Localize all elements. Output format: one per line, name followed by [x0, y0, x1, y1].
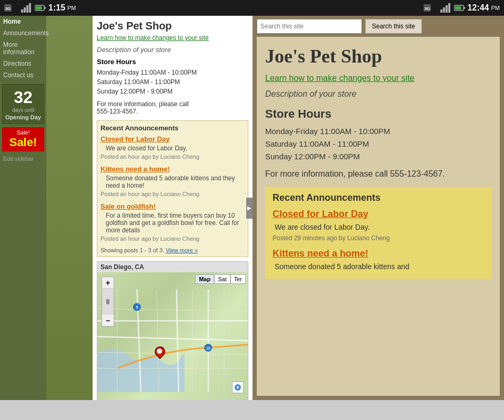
- announcement-text-3: For a limited time, first time buyers ca…: [106, 212, 245, 234]
- svg-rect-8: [36, 6, 42, 10]
- contact-line1: For more information, please call: [97, 100, 189, 108]
- 3g-icon: 3G: [4, 3, 19, 13]
- sale-label: Sale!: [4, 129, 42, 136]
- map-tab-sat[interactable]: Sat: [214, 274, 230, 284]
- right-announcements: Recent Announcements Closed for Labor Da…: [265, 187, 491, 279]
- svg-rect-17: [455, 6, 461, 10]
- right-description: Description of your store: [265, 89, 491, 99]
- announcement-link-2[interactable]: Kittens need a home!: [100, 165, 169, 173]
- store-hours-title: Store Hours: [97, 58, 248, 66]
- right-announcement-text-1: We are closed for Labor Day.: [273, 223, 484, 231]
- sale-box: Sale! Sale!: [2, 127, 44, 151]
- sidebar-nav: Home Announcements More information Dire…: [0, 16, 46, 81]
- map-marker: A: [155, 346, 165, 357]
- battery-icon-right: [454, 4, 466, 12]
- svg-text:5: 5: [136, 305, 138, 309]
- sidebar-item-home[interactable]: Home: [0, 16, 46, 27]
- announcement-item-1: Closed for Labor Day We are closed for L…: [100, 135, 245, 160]
- collapse-arrow[interactable]: ▶: [246, 198, 253, 219]
- right-search-bar: Search this site: [253, 16, 504, 37]
- ampm-right: PM: [491, 5, 500, 11]
- left-panel: Home Announcements More information Dire…: [0, 16, 253, 400]
- announcements-section: Recent Announcements Closed for Labor Da…: [97, 120, 248, 257]
- right-learn-link[interactable]: Learn how to make changes to your site: [265, 74, 491, 83]
- right-announcement-link-2[interactable]: Kittens need a home!: [273, 248, 484, 259]
- svg-rect-14: [448, 3, 450, 13]
- sidebar-item-contact[interactable]: Contact us: [0, 69, 46, 81]
- svg-rect-4: [26, 5, 28, 13]
- contact-phone: 555-123-4567.: [97, 108, 138, 115]
- status-left: 3G 1:15 PM: [4, 3, 76, 13]
- announcement-meta-2: Posted an hour ago by Luciano Cheng: [100, 191, 245, 197]
- announcement-item-2: Kittens need a home! Someone donated 5 a…: [100, 165, 245, 197]
- right-search-button[interactable]: Search this site: [365, 19, 422, 34]
- right-search-input[interactable]: [257, 19, 362, 34]
- store-hours-line-1: Monday-Friday 11:00AM - 10:00PM: [97, 68, 248, 77]
- showing-posts-text: Showing posts 1 - 3 of 3.: [100, 247, 164, 253]
- battery-icon: [35, 4, 46, 12]
- content-area: ▶ Joe's Pet Shop Learn how to make chang…: [93, 16, 253, 400]
- countdown-number: 32: [5, 88, 42, 107]
- directions-icon: [234, 384, 241, 391]
- map-location-text: San Diego, CA: [100, 263, 144, 271]
- learn-link[interactable]: Learn how to make changes to your site: [97, 34, 248, 42]
- svg-rect-16: [463, 7, 465, 9]
- right-hours-title: Store Hours: [265, 107, 491, 121]
- sale-text: Sale!: [4, 136, 42, 149]
- status-bar: 3G 1:15 PM 3G 12: [0, 0, 504, 16]
- map-area[interactable]: 8 15 5 + −: [97, 272, 248, 400]
- store-hours-line-2: Saturday 11:00AM - 11:00PM: [97, 77, 248, 87]
- announcement-text-2: Someone donated 5 adorable kittens and t…: [106, 175, 245, 189]
- time-left: 1:15: [48, 3, 65, 13]
- announcement-link-3[interactable]: Sale on goldfish!: [100, 202, 156, 210]
- map-zoom-in-btn[interactable]: +: [102, 277, 114, 289]
- svg-text:15: 15: [206, 346, 210, 350]
- sidebar-item-more-info[interactable]: More information: [0, 39, 46, 58]
- map-tab-bar: Map Sat Ter: [195, 274, 246, 284]
- right-announcements-title: Recent Announcements: [273, 192, 484, 203]
- site-title: Joe's Pet Shop: [97, 20, 248, 32]
- map-svg: 8 15 5: [97, 272, 248, 400]
- contact-info: For more information, please call 555-12…: [97, 100, 248, 115]
- sidebar-item-directions[interactable]: Directions: [0, 58, 46, 69]
- right-site-title: Joe's Pet Shop: [265, 45, 491, 67]
- announcement-meta-1: Posted an hour ago by Luciano Cheng: [100, 153, 245, 160]
- map-tab-ter[interactable]: Ter: [230, 274, 246, 284]
- right-content: Joe's Pet Shop Learn how to make changes…: [257, 37, 500, 396]
- svg-rect-13: [446, 5, 448, 13]
- view-more-link[interactable]: View more »: [166, 247, 198, 253]
- right-hours-line-2: Saturday 11:00AM - 11:00PM: [265, 138, 491, 150]
- countdown-box: 32 days until Opening Day: [2, 84, 44, 124]
- edit-sidebar-link[interactable]: Edit sidebar: [0, 153, 46, 164]
- svg-rect-7: [44, 7, 46, 9]
- svg-line-23: [97, 309, 248, 311]
- 3g-icon-right: 3G: [424, 3, 438, 13]
- right-announcement-text-2: Someone donated 5 adorable kittens and: [273, 262, 484, 271]
- sidebar: Home Announcements More information Dire…: [0, 16, 46, 400]
- announcements-title: Recent Announcements: [100, 124, 245, 132]
- store-hours-line-3: Sunday 12:00PM - 9:00PM: [97, 87, 248, 96]
- svg-rect-2: [21, 9, 23, 13]
- announcement-meta-3: Posted an hour ago by Luciano Cheng: [100, 235, 245, 242]
- right-contact: For more information, please call 555-12…: [265, 169, 491, 179]
- svg-text:3G: 3G: [424, 6, 430, 11]
- signal-icon: [21, 3, 33, 13]
- announcement-link-1[interactable]: Closed for Labor Day: [100, 135, 169, 143]
- svg-text:3G: 3G: [5, 6, 11, 11]
- signal-icon-right: [440, 3, 452, 13]
- map-directions-btn[interactable]: [232, 382, 244, 393]
- main-layout: Home Announcements More information Dire…: [0, 16, 504, 400]
- map-location-bar: San Diego, CA: [97, 262, 248, 272]
- status-right: 3G 12:44 PM: [424, 3, 500, 13]
- ampm-left: PM: [67, 5, 76, 11]
- svg-line-19: [97, 336, 248, 341]
- right-hours-line-3: Sunday 12:00PM - 9:00PM: [265, 150, 491, 163]
- sidebar-item-announcements[interactable]: Announcements: [0, 27, 46, 39]
- map-tab-map[interactable]: Map: [195, 274, 214, 284]
- right-announcement-meta-1: Posted 29 minutes ago by Luciano Cheng: [273, 234, 484, 242]
- countdown-label: days until: [5, 107, 42, 113]
- announcement-item-3: Sale on goldfish! For a limited time, fi…: [100, 202, 245, 242]
- right-announcement-link-1[interactable]: Closed for Labor Day: [273, 209, 484, 220]
- map-zoom-out-btn[interactable]: −: [102, 315, 114, 326]
- map-placeholder: 8 15 5 + −: [97, 272, 248, 400]
